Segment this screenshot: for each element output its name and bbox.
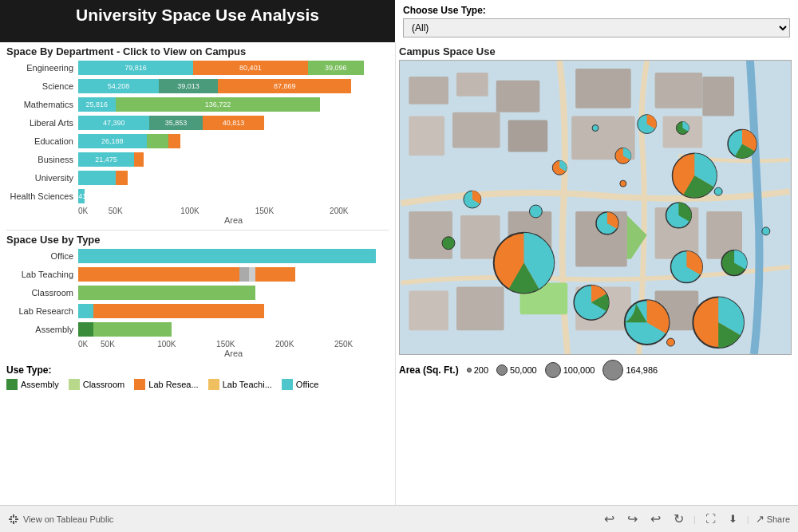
- area-legend-50k: 50,000: [496, 365, 537, 376]
- bar-label-labresearch: Lab Research: [6, 306, 78, 316]
- table-row[interactable]: Engineering 79,816 80,401 39,096: [6, 60, 389, 76]
- legend-label-classroom: Classroom: [83, 380, 125, 389]
- redo-button[interactable]: ↪: [624, 510, 641, 528]
- tableau-link-container[interactable]: View on Tableau Public: [8, 514, 113, 525]
- bar-label-liberal: Liberal Arts: [6, 118, 78, 128]
- table-row[interactable]: University: [6, 170, 389, 186]
- bar-seg-teal: 21,475: [78, 152, 134, 167]
- svg-rect-5: [452, 112, 500, 148]
- legend-dot-200: [467, 368, 472, 372]
- bars-area: 26,188: [78, 134, 389, 148]
- bar-seg-orange: [116, 171, 128, 185]
- legend-label-assembly: Assembly: [21, 380, 59, 389]
- right-column: Campus Space Use: [395, 42, 798, 513]
- bar-seg-green: 39,096: [308, 61, 364, 75]
- type-x-axis: 0K 50K 100K 150K 200K 250K: [78, 340, 389, 349]
- axis-tick: 150K: [196, 340, 255, 349]
- app-header: University Space Use Analysis: [0, 0, 395, 42]
- bar-seg-orange: 40,813: [203, 116, 265, 130]
- use-type-block: Choose Use Type: (All) Assembly Classroo…: [395, 0, 798, 42]
- svg-rect-17: [409, 290, 448, 330]
- legend-item-office: Office: [282, 379, 319, 390]
- download-button[interactable]: ⬇: [725, 511, 741, 526]
- legend-label-office: Office: [296, 380, 319, 389]
- legend-dot-100k: [545, 362, 561, 378]
- table-row[interactable]: Lab Research: [6, 303, 389, 319]
- bars-area: [78, 304, 389, 318]
- campus-map[interactable]: [399, 60, 792, 355]
- legend-color-labteaching: [208, 379, 219, 390]
- svg-point-45: [667, 338, 675, 346]
- bar-seg-teal: 25,816: [78, 97, 116, 112]
- tableau-footer: View on Tableau Public ↩ ↪ ↩ ↻ | ⛶ ⬇ | ↗…: [0, 505, 798, 532]
- svg-point-40: [529, 205, 542, 218]
- bar-seg-teal: 26,188: [78, 134, 147, 148]
- table-row[interactable]: Office: [6, 248, 389, 264]
- svg-rect-52: [10, 521, 12, 522]
- forward-button[interactable]: ↻: [670, 510, 687, 528]
- table-row[interactable]: Assembly: [6, 321, 389, 337]
- svg-rect-18: [456, 286, 504, 330]
- axis-tick: 200K: [302, 207, 376, 215]
- bars-area: 79,816 80,401 39,096: [78, 61, 389, 75]
- dept-chart[interactable]: Space By Department - Click to View on C…: [6, 45, 389, 225]
- svg-point-44: [762, 227, 770, 235]
- svg-rect-53: [15, 521, 17, 522]
- fullscreen-button[interactable]: ⛶: [702, 511, 719, 526]
- svg-rect-2: [456, 73, 488, 97]
- svg-point-42: [714, 187, 722, 195]
- type-chart: Space Use by Type Office Lab Teaching: [6, 234, 389, 358]
- legend-dot-165k: [602, 360, 623, 380]
- table-row[interactable]: Classroom: [6, 285, 389, 301]
- table-row[interactable]: Lab Teaching: [6, 266, 389, 282]
- use-type-select[interactable]: (All) Assembly Classroom Lab Research La…: [403, 18, 790, 37]
- legend-color-labresearch: [134, 379, 145, 390]
- area-legend-title: Area (Sq. Ft.): [399, 365, 459, 376]
- back-button[interactable]: ↩: [647, 510, 664, 528]
- bar-label-science: Science: [6, 81, 78, 91]
- bar-seg-dt: 35,853: [149, 116, 202, 130]
- svg-rect-3: [496, 81, 540, 112]
- bar-label-math: Mathematics: [6, 100, 78, 109]
- table-row[interactable]: Liberal Arts 47,390 35,853 40,813: [6, 115, 389, 131]
- bars-area: [78, 267, 389, 282]
- axis-tick: 50K: [78, 340, 137, 349]
- legend-color-classroom: [69, 379, 80, 390]
- axis-tick: 100K: [137, 340, 196, 349]
- bar-seg-teal: 2,414: [78, 189, 85, 203]
- legend-label-labresearch: Lab Resea...: [148, 380, 198, 389]
- table-row[interactable]: Mathematics 25,816 136,722: [6, 97, 389, 112]
- bar-seg-lt: [239, 267, 249, 282]
- bar-label-university: University: [6, 173, 78, 183]
- table-row[interactable]: Business 21,475: [6, 152, 389, 167]
- bar-seg-teal: 47,390: [78, 116, 149, 130]
- svg-rect-6: [508, 120, 548, 152]
- svg-rect-7: [575, 69, 631, 108]
- campus-map-title: Campus Space Use: [399, 45, 792, 57]
- table-row[interactable]: Education 26,188: [6, 133, 389, 149]
- tableau-public-link[interactable]: View on Tableau Public: [23, 514, 113, 524]
- svg-rect-14: [409, 211, 452, 259]
- area-legend-label-200: 200: [474, 365, 488, 375]
- axis-tick: 100K: [152, 207, 227, 215]
- use-type-section-label: Use Type:: [6, 365, 389, 376]
- bar-seg-green: [78, 286, 255, 300]
- bar-seg-teal: 54,208: [78, 79, 159, 93]
- page-wrapper: University Space Use Analysis Choose Use…: [0, 0, 798, 532]
- svg-point-41: [592, 125, 598, 132]
- bars-area: [78, 249, 389, 263]
- bars-area: 54,208 39,013 87,869: [78, 79, 389, 93]
- svg-point-43: [620, 180, 626, 187]
- undo-button[interactable]: ↩: [601, 510, 618, 528]
- bars-area: [78, 171, 389, 185]
- bar-label-assembly: Assembly: [6, 325, 78, 334]
- table-row[interactable]: Health Sciences 2,414: [6, 188, 389, 204]
- table-row[interactable]: Science 54,208 39,013 87,869: [6, 78, 389, 94]
- bars-area: [78, 286, 389, 300]
- svg-rect-48: [9, 518, 12, 520]
- svg-rect-50: [10, 516, 12, 518]
- share-button[interactable]: ↗ Share: [756, 513, 790, 525]
- bar-seg-orange: [78, 267, 239, 282]
- legend-color-office: [282, 379, 293, 390]
- bar-label-education: Education: [6, 136, 78, 146]
